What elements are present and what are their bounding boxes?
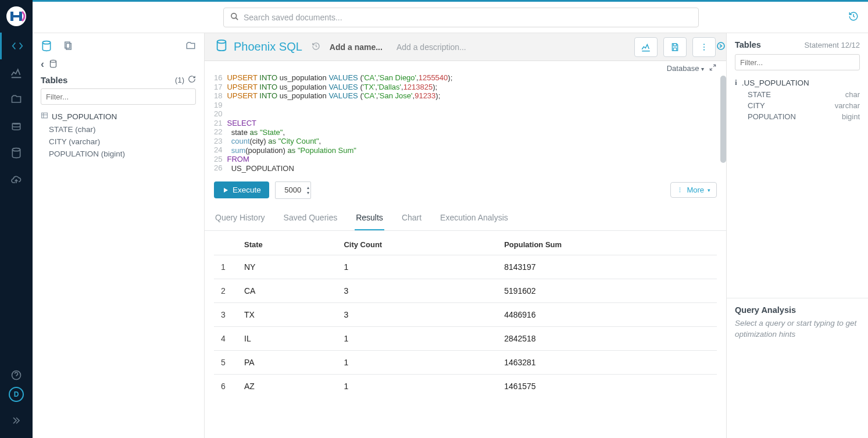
assist-column[interactable]: STATEchar — [748, 89, 860, 100]
svg-rect-8 — [42, 113, 48, 118]
assist-column[interactable]: POPULATIONbigint — [748, 111, 860, 122]
app-logo — [0, 0, 33, 33]
svg-point-15 — [680, 191, 680, 192]
editor-title: Phoenix SQL — [234, 40, 302, 54]
svg-point-7 — [51, 60, 56, 62]
table-icon — [41, 112, 48, 121]
table-row[interactable]: 5PA11463281 — [214, 350, 717, 374]
svg-point-14 — [680, 190, 680, 190]
tab-query-history[interactable]: Query History — [214, 206, 266, 230]
col-header[interactable]: City Count — [337, 234, 497, 255]
col-header[interactable]: State — [237, 234, 337, 255]
table-row[interactable]: 2CA35191602 — [214, 279, 717, 302]
right-assist-panel: Tables Statement 12/12 i .US_POPULATION … — [726, 33, 868, 438]
chevron-down-icon: ▾ — [701, 66, 704, 72]
add-description-button[interactable]: Add a description... — [397, 42, 466, 52]
row-limit-input[interactable]: 5000 ▴▾ — [275, 181, 311, 199]
table-name-label: US_POPULATION — [52, 112, 117, 121]
sidebar-db-small-icon — [49, 59, 58, 70]
left-sidebar: ‹ Tables (1) — [33, 33, 205, 438]
tab-execution-analysis[interactable]: Execution Analysis — [439, 206, 509, 230]
menu-button[interactable] — [692, 37, 716, 57]
tab-chart[interactable]: Chart — [401, 206, 423, 230]
query-analysis-title: Query Analysis — [735, 305, 860, 315]
col-header[interactable]: Population Sum — [497, 234, 717, 255]
column-item[interactable]: STATE (char) — [49, 123, 196, 136]
stepper-icon[interactable]: ▴▾ — [307, 185, 309, 195]
nav-upload-icon[interactable] — [0, 166, 33, 193]
table-tree-item[interactable]: US_POPULATION — [41, 109, 196, 123]
sidebar-filter-input[interactable] — [41, 88, 196, 105]
line-gutter: 1617181920212223242526 — [214, 73, 227, 173]
history-icon[interactable] — [848, 11, 859, 23]
table-row[interactable]: 4IL12842518 — [214, 326, 717, 350]
more-button[interactable]: More ▾ — [670, 182, 717, 198]
nav-db-icon[interactable] — [0, 140, 33, 166]
sidebar-docs-icon[interactable] — [63, 41, 73, 53]
query-analysis-hint: Select a query or start typing to get op… — [735, 318, 860, 340]
editor-history-icon[interactable] — [312, 42, 320, 52]
svg-point-3 — [231, 13, 237, 18]
svg-point-10 — [703, 44, 705, 45]
user-avatar[interactable]: D — [9, 387, 24, 402]
execute-button[interactable]: Execute — [214, 181, 269, 198]
refresh-icon[interactable] — [188, 75, 196, 85]
table-row[interactable]: 6AZ11461575 — [214, 374, 717, 398]
global-search-input[interactable] — [223, 8, 699, 27]
add-name-button[interactable]: Add a name... — [330, 42, 383, 52]
sidebar-tables-title: Tables — [41, 75, 67, 85]
topbar — [33, 2, 868, 33]
column-item[interactable]: POPULATION (bigint) — [49, 148, 196, 160]
tab-results[interactable]: Results — [355, 206, 384, 230]
nav-dashboards-icon[interactable] — [0, 59, 33, 86]
results-table: State City Count Population Sum 1NY18143… — [205, 231, 726, 401]
nav-tables-icon[interactable] — [0, 113, 33, 140]
editor-scrollbar[interactable] — [720, 76, 726, 163]
assist-column[interactable]: CITYvarchar — [748, 100, 860, 111]
nav-help-icon[interactable] — [0, 364, 33, 387]
assist-title: Tables — [735, 40, 761, 49]
svg-point-12 — [703, 49, 705, 50]
nav-files-icon[interactable] — [0, 86, 33, 113]
table-row[interactable]: 3TX34486916 — [214, 302, 717, 326]
sidebar-table-count: (1) — [175, 76, 184, 84]
search-icon — [230, 12, 239, 23]
editor-db-icon — [215, 39, 228, 55]
code-content[interactable]: UPSERT INTO us_population VALUES ('CA','… — [227, 73, 452, 173]
svg-point-9 — [217, 40, 226, 44]
assist-toggle-icon[interactable] — [716, 41, 726, 52]
sidebar-folder-icon[interactable] — [185, 41, 196, 53]
svg-point-1 — [12, 148, 20, 151]
svg-point-11 — [703, 46, 705, 47]
assist-filter-input[interactable] — [735, 54, 860, 70]
chevron-down-icon: ▾ — [708, 187, 710, 193]
table-row[interactable]: 1NY18143197 — [214, 255, 717, 279]
column-item[interactable]: CITY (varchar) — [49, 136, 196, 148]
sidebar-back-icon[interactable]: ‹ — [41, 58, 44, 70]
svg-point-4 — [42, 41, 50, 44]
statement-counter: Statement 12/12 — [805, 41, 860, 49]
svg-point-13 — [680, 188, 680, 188]
info-icon: i — [735, 78, 737, 87]
save-button[interactable] — [663, 37, 687, 57]
database-selector[interactable]: Database ▾ — [667, 64, 704, 73]
assist-table-item[interactable]: i .US_POPULATION — [735, 76, 860, 89]
expand-editor-icon[interactable] — [709, 63, 717, 73]
sql-code-editor[interactable]: 1617181920212223242526 UPSERT INTO us_po… — [205, 73, 726, 177]
nav-editor-icon[interactable] — [0, 33, 33, 59]
editor-column: Phoenix SQL Add a name... Add a descript… — [205, 33, 726, 438]
left-nav: D — [0, 0, 33, 438]
nav-expand-icon[interactable] — [0, 409, 33, 432]
result-tabs: Query History Saved Queries Results Char… — [205, 206, 726, 231]
tab-saved-queries[interactable]: Saved Queries — [283, 206, 339, 230]
sidebar-db-icon[interactable] — [41, 40, 52, 54]
chart-button[interactable] — [634, 37, 658, 57]
